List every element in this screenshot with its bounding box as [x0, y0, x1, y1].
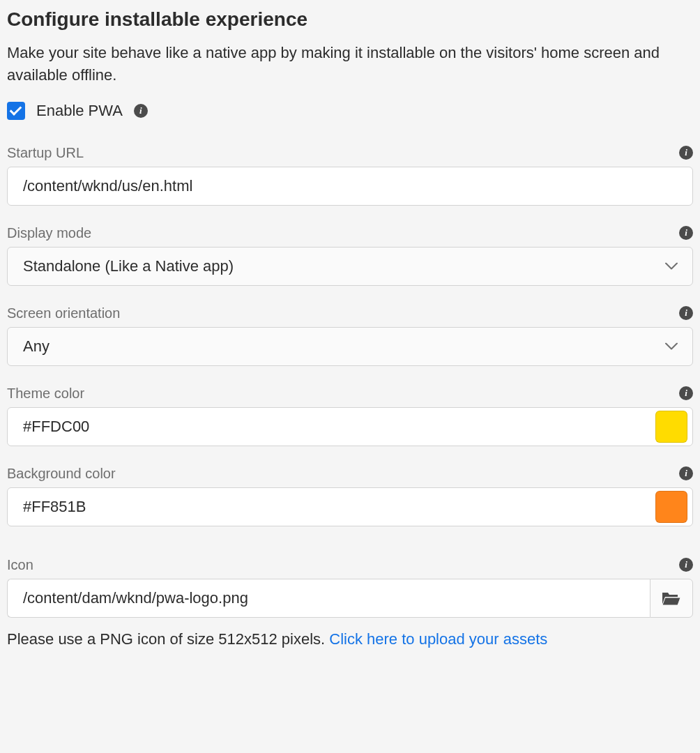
theme-color-label: Theme color [7, 386, 84, 402]
background-color-input[interactable] [7, 487, 693, 526]
field-theme-color: Theme color i [7, 386, 693, 446]
upload-assets-link[interactable]: Click here to upload your assets [329, 630, 547, 648]
enable-pwa-label: Enable PWA [36, 102, 123, 120]
field-startup-url: Startup URL i [7, 145, 693, 206]
screen-orientation-select[interactable]: Any [7, 327, 693, 366]
info-icon[interactable]: i [134, 104, 148, 118]
page-title: Configure installable experience [7, 8, 693, 31]
info-icon[interactable]: i [679, 558, 693, 572]
folder-open-icon [661, 590, 682, 607]
icon-label: Icon [7, 557, 33, 573]
startup-url-label: Startup URL [7, 145, 84, 161]
theme-color-input[interactable] [7, 407, 693, 446]
info-icon[interactable]: i [679, 146, 693, 160]
browse-button[interactable] [650, 579, 693, 618]
icon-help-prefix: Please use a PNG icon of size 512x512 pi… [7, 630, 329, 648]
page-description: Make your site behave like a native app … [7, 42, 693, 86]
field-display-mode: Display mode i Standalone (Like a Native… [7, 225, 693, 286]
screen-orientation-label: Screen orientation [7, 305, 120, 321]
icon-help-text: Please use a PNG icon of size 512x512 pi… [7, 630, 693, 648]
enable-pwa-checkbox[interactable] [7, 102, 25, 120]
info-icon[interactable]: i [679, 386, 693, 400]
field-icon: Icon i Please use a PNG icon of size 512… [7, 557, 693, 648]
icon-path-input[interactable] [7, 579, 650, 618]
field-background-color: Background color i [7, 466, 693, 526]
display-mode-select[interactable]: Standalone (Like a Native app) [7, 247, 693, 286]
background-color-label: Background color [7, 466, 116, 482]
display-mode-label: Display mode [7, 225, 91, 241]
background-color-swatch[interactable] [655, 491, 687, 523]
enable-pwa-row: Enable PWA i [7, 102, 693, 120]
theme-color-swatch[interactable] [655, 411, 687, 443]
info-icon[interactable]: i [679, 226, 693, 240]
info-icon[interactable]: i [679, 306, 693, 320]
info-icon[interactable]: i [679, 466, 693, 480]
startup-url-input[interactable] [7, 167, 693, 206]
field-screen-orientation: Screen orientation i Any [7, 305, 693, 366]
